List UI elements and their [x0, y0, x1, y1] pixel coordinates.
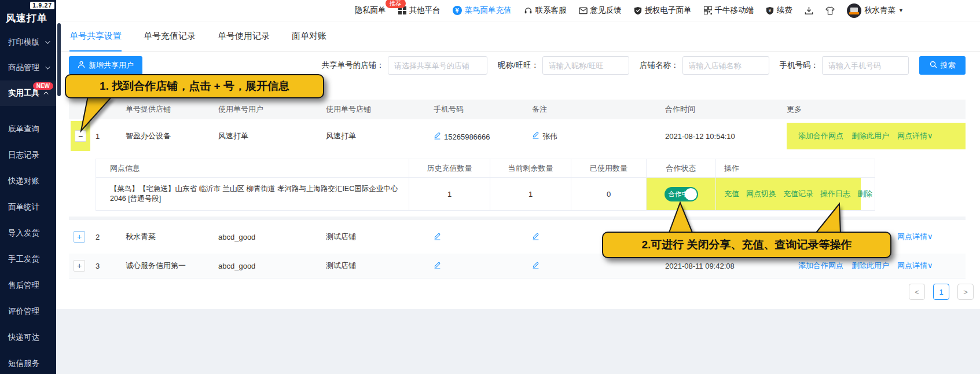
col-remaining: 当前剩余数量 — [490, 159, 571, 177]
sidebar-item-sheet-stats[interactable]: 面单统计 — [0, 194, 56, 220]
collapse-row-button[interactable]: − — [75, 130, 86, 142]
add-share-user-label: 新增共享用户 — [89, 60, 134, 71]
col-provider-shop: 单号提供店铺 — [126, 104, 218, 115]
delete-user-link[interactable]: 删除此用户 — [851, 131, 889, 141]
sidebar-item-sms-service[interactable]: 短信服务 — [0, 350, 56, 374]
shield-check-icon — [634, 6, 642, 15]
sidebar-item-express-reconcile[interactable]: 快递对账 — [0, 168, 56, 194]
sidebar-scrollbar-thumb[interactable] — [57, 23, 61, 96]
sidebar-item-express-reachable[interactable]: 快递可达 — [0, 324, 56, 350]
provider-shop: 智盈办公设备 — [126, 131, 218, 141]
phone-label: 手机号码： — [780, 60, 819, 71]
operation-log-link[interactable]: 操作日志 — [820, 189, 850, 199]
nav-auth-ewaybill[interactable]: 授权电子面单 — [634, 5, 692, 16]
tab-bar: 单号共享设置 单号充值记录 单号使用记录 面单对账 — [56, 21, 980, 52]
shop-name-label: 店铺名称： — [640, 60, 679, 71]
expand-row-button[interactable]: + — [74, 231, 85, 243]
edit-phone-icon[interactable] — [434, 131, 441, 140]
sidebar-item-import-ship[interactable]: 导入发货 — [0, 220, 56, 246]
nav-contact-service[interactable]: 联系客服 — [524, 5, 567, 16]
using-user: abcd_good — [218, 262, 326, 270]
switch-outlet-link[interactable]: 网点切换 — [746, 189, 776, 199]
sidebar-item-review-manage[interactable]: 评价管理 — [0, 298, 56, 324]
sidebar-group-label: 实用工具 — [8, 88, 39, 98]
sidebar-item-manual-ship[interactable]: 手工发货 — [0, 246, 56, 272]
tab-recharge-records[interactable]: 单号充值记录 — [144, 21, 196, 52]
shirt-icon[interactable] — [825, 6, 835, 15]
nav-privacy-sheet[interactable]: 隐私面单 推荐 — [355, 5, 386, 16]
tab-usage-records[interactable]: 单号使用记录 — [218, 21, 270, 52]
phone-input[interactable] — [822, 56, 909, 75]
nickname-label: 昵称/旺旺： — [498, 60, 539, 71]
nav-qianniu-mobile[interactable]: 千牛移动端 — [704, 5, 754, 16]
add-coop-outlet-link[interactable]: 添加合作网点 — [798, 131, 843, 141]
sidebar-group-product-manage[interactable]: 商品管理 — [0, 55, 56, 80]
add-coop-outlet-link[interactable]: 添加合作网点 — [798, 261, 843, 271]
coop-status-toggle[interactable]: 合作中 — [665, 187, 698, 201]
chevron-down-icon — [45, 39, 50, 43]
share-shop-label: 共享单号的店铺： — [322, 60, 384, 71]
app-title: 风速打单 — [6, 13, 47, 24]
shop-name-input[interactable] — [682, 56, 769, 75]
outlet-detail-link[interactable]: 网点详情∨ — [897, 232, 933, 242]
callout-text: 1. 找到合作店铺，点击 + 号，展开信息 — [100, 79, 289, 94]
callout-text: 2.可进行 关闭分享、充值、查询记录等操作 — [641, 237, 851, 252]
edit-remark-icon[interactable] — [532, 131, 539, 139]
subtable-header-row: 网点信息 历史充值数量 当前剩余数量 已使用数量 合作状态 操作 — [96, 159, 875, 178]
outlet-detail-link[interactable]: 网点详情∨ — [897, 261, 933, 271]
headset-icon — [524, 6, 533, 15]
sidebar-group-utilities[interactable]: 实用工具 NEW — [0, 80, 56, 106]
edit-phone-icon[interactable] — [434, 232, 441, 240]
using-shop: 测试店铺 — [326, 261, 434, 271]
col-phone: 手机号码 — [434, 104, 532, 115]
nav-privacy-label: 隐私面单 — [355, 5, 386, 16]
expand-row-button[interactable]: + — [74, 260, 85, 272]
user-menu[interactable]: 秋水青菜 ▼ — [847, 3, 904, 18]
next-page-button[interactable]: > — [957, 284, 974, 300]
nav-other-label: 其他平台 — [409, 5, 441, 16]
nav-feedback-label: 意见反馈 — [590, 5, 622, 16]
tab-share-settings[interactable]: 单号共享设置 — [69, 21, 122, 52]
add-share-user-button[interactable]: 新增共享用户 — [69, 56, 142, 75]
sidebar-item-log-records[interactable]: 日志记录 — [0, 142, 56, 168]
sidebar-group-print-templates[interactable]: 打印模版 — [0, 30, 56, 55]
search-button[interactable]: 搜索 — [919, 56, 966, 75]
edit-phone-icon[interactable] — [434, 261, 441, 269]
shield-yuan-icon: ¥ — [766, 6, 774, 15]
recharge-record-link[interactable]: 充值记录 — [783, 189, 813, 199]
col-coop-status: 合作状态 — [646, 159, 715, 177]
page-1-button[interactable]: 1 — [933, 284, 949, 300]
caret-down-icon: ▼ — [898, 8, 904, 13]
tutorial-callout-step2: 2.可进行 关闭分享、充值、查询记录等操作 — [602, 232, 891, 258]
sidebar-item-receipt-query[interactable]: 底单查询 — [0, 116, 56, 142]
nav-feedback[interactable]: 意见反馈 — [579, 5, 622, 16]
recharge-link[interactable]: 充值 — [724, 189, 739, 199]
mail-icon — [579, 7, 588, 14]
nav-renew[interactable]: ¥ 续费 — [766, 5, 792, 16]
edit-remark-icon[interactable] — [532, 232, 539, 240]
delete-link[interactable]: 删除 — [857, 189, 872, 199]
pagination: < 1 > — [909, 284, 974, 300]
delete-user-link[interactable]: 删除此用户 — [851, 261, 889, 271]
download-icon[interactable] — [805, 6, 813, 15]
recommend-badge: 推荐 — [386, 0, 406, 8]
operations-cell: 充值 网点切换 充值记录 操作日志 删除 — [715, 178, 875, 210]
tab-sheet-reconcile[interactable]: 面单对账 — [292, 21, 326, 52]
share-shop-input[interactable] — [388, 56, 487, 75]
outlet-detail-link[interactable]: 网点详情∨ — [897, 131, 933, 141]
prev-page-button[interactable]: < — [909, 284, 925, 300]
nav-cainiao-recharge[interactable]: ¥ 菜鸟面单充值 — [453, 5, 512, 16]
sidebar-item-aftersale[interactable]: 售后管理 — [0, 272, 56, 298]
nickname-input[interactable] — [542, 56, 629, 75]
edit-remark-icon[interactable] — [532, 261, 539, 269]
row-index: 3 — [96, 262, 126, 270]
col-remark: 备注 — [532, 104, 665, 115]
qr-code-icon — [704, 6, 712, 14]
provider-shop: 诚心服务信用第一 — [126, 261, 218, 271]
table-row: − 1 智盈办公设备 风速打单 风速打单 15265986666 张伟 2021… — [69, 119, 966, 153]
coop-time: 2021-08-11 09:42:08 — [665, 262, 787, 270]
avatar — [847, 3, 861, 18]
search-icon — [930, 61, 937, 70]
svg-text:¥: ¥ — [769, 8, 772, 13]
phone-value: 15265986666 — [444, 133, 490, 141]
